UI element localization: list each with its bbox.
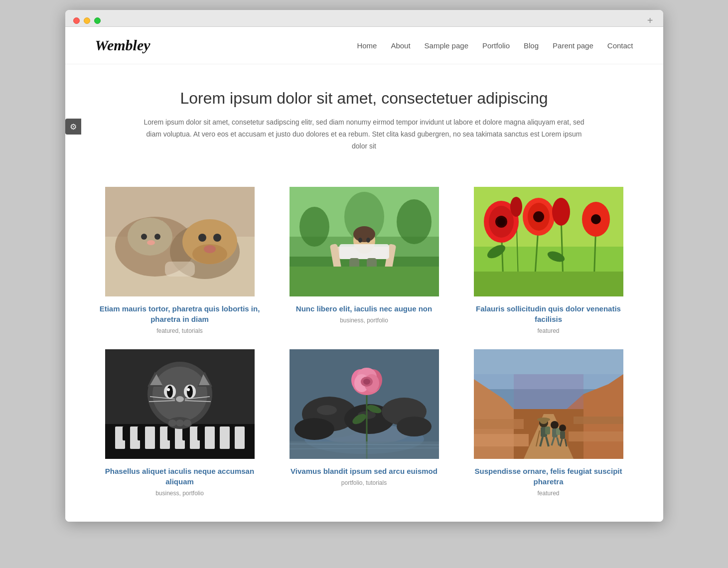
svg-point-89	[176, 420, 184, 426]
nav-portfolio[interactable]: Portfolio	[482, 41, 510, 50]
svg-point-8	[154, 234, 160, 240]
nav-home[interactable]: Home	[357, 41, 377, 50]
post-card-4: Phasellus aliquet iaculis neque accumsan…	[95, 349, 265, 497]
post-card-3: Falauris sollicitudin quis dolor venenat…	[464, 187, 633, 334]
svg-point-135	[551, 421, 559, 429]
svg-rect-69	[197, 426, 204, 440]
site-nav: Home About Sample page Portfolio Blog Pa…	[357, 41, 633, 50]
post-tags-3: featured	[464, 327, 633, 334]
svg-point-28	[366, 238, 370, 243]
dot-yellow[interactable]	[84, 17, 90, 24]
svg-point-78	[167, 386, 173, 398]
nav-contact[interactable]: Contact	[607, 41, 633, 50]
post-tags-5: portfolio, tutorials	[280, 479, 449, 486]
post-image-5[interactable]	[280, 349, 449, 459]
post-tags-2: business, portfolio	[280, 317, 449, 324]
svg-point-27	[358, 238, 362, 243]
svg-point-99	[294, 418, 334, 440]
svg-point-71	[152, 367, 207, 422]
svg-point-113	[363, 379, 370, 385]
svg-rect-65	[123, 426, 130, 440]
svg-point-88	[168, 420, 176, 426]
post-title-5[interactable]: Vivamus blandit ipsum sed arcu euismod	[280, 466, 449, 476]
post-image-1[interactable]	[95, 187, 265, 296]
svg-rect-32	[290, 267, 439, 296]
svg-point-80	[167, 388, 170, 391]
svg-point-13	[213, 234, 221, 242]
svg-point-100	[397, 417, 432, 436]
svg-point-79	[187, 386, 193, 398]
svg-rect-67	[167, 426, 174, 440]
post-card-1: Etiam mauris tortor, pharetra quis lobor…	[95, 187, 265, 334]
svg-point-14	[204, 245, 216, 253]
svg-point-90	[183, 420, 191, 426]
svg-point-47	[552, 198, 570, 226]
svg-point-9	[147, 240, 155, 245]
post-card-6: Suspendisse ornare, felis feugiat suscip…	[464, 349, 633, 497]
browser-window: + ⚙ Wembley Home About Sample page Portf…	[65, 10, 663, 522]
nav-sample-page[interactable]: Sample page	[425, 41, 468, 50]
svg-rect-122	[474, 419, 524, 429]
post-title-3[interactable]: Falauris sollicitudin quis dolor venenat…	[464, 303, 633, 324]
post-title-1[interactable]: Etiam mauris tortor, pharetra quis lobor…	[95, 303, 265, 324]
svg-point-50	[510, 197, 522, 217]
svg-point-129	[540, 418, 548, 424]
svg-point-26	[353, 226, 375, 242]
svg-point-4	[128, 218, 172, 256]
dot-red[interactable]	[73, 17, 80, 24]
svg-rect-58	[145, 426, 155, 449]
svg-point-101	[317, 405, 337, 415]
svg-point-82	[176, 396, 184, 402]
svg-point-20	[397, 199, 432, 244]
post-image-4[interactable]	[95, 349, 265, 459]
svg-point-19	[299, 207, 329, 247]
site-header: Wembley Home About Sample page Portfolio…	[65, 27, 663, 64]
svg-rect-144	[514, 374, 583, 409]
post-card-5: Vivamus blandit ipsum sed arcu euismod p…	[280, 349, 449, 497]
svg-point-46	[533, 211, 544, 222]
posts-grid: Etiam mauris tortor, pharetra quis lobor…	[65, 172, 663, 522]
svg-rect-64	[235, 426, 245, 449]
nav-about[interactable]: About	[391, 41, 410, 50]
svg-point-12	[198, 234, 206, 242]
nav-blog[interactable]: Blog	[524, 41, 539, 50]
svg-point-81	[187, 388, 190, 391]
svg-rect-125	[569, 431, 623, 441]
post-image-3[interactable]	[464, 187, 633, 296]
svg-rect-124	[474, 434, 529, 446]
svg-rect-145	[474, 349, 623, 374]
page-content: ⚙ Wembley Home About Sample page Portfol…	[65, 27, 663, 522]
svg-rect-62	[205, 426, 215, 449]
browser-chrome: +	[65, 10, 663, 27]
post-tags-1: featured, tutorials	[95, 327, 265, 334]
svg-point-140	[559, 425, 566, 431]
svg-point-7	[141, 234, 147, 240]
svg-rect-131	[545, 426, 550, 434]
hero-section: Lorem ipsum dolor sit amet, consectetuer…	[65, 64, 663, 172]
post-tags-4: business, portfolio	[95, 490, 265, 497]
svg-rect-123	[574, 417, 623, 424]
svg-point-43	[497, 218, 505, 226]
svg-rect-66	[138, 426, 145, 440]
gear-sidebar-button[interactable]: ⚙	[65, 119, 81, 135]
svg-rect-15	[165, 262, 195, 277]
post-card-2: Nunc libero elit, iaculis nec augue non …	[280, 187, 449, 334]
svg-rect-53	[474, 272, 623, 296]
nav-parent-page[interactable]: Parent page	[553, 41, 593, 50]
hero-text: Lorem ipsum dolor sit amet, consetetur s…	[140, 117, 588, 152]
svg-point-49	[591, 214, 601, 224]
svg-rect-29	[339, 244, 389, 259]
svg-rect-63	[220, 426, 230, 449]
hero-title: Lorem ipsum dolor sit amet, consectetuer…	[140, 89, 588, 108]
svg-rect-141	[560, 431, 565, 439]
new-tab-button[interactable]: +	[647, 15, 653, 26]
post-tags-6: featured	[464, 490, 633, 497]
post-image-6[interactable]	[464, 349, 633, 459]
site-logo[interactable]: Wembley	[95, 37, 150, 54]
post-title-4[interactable]: Phasellus aliquet iaculis neque accumsan…	[95, 466, 265, 487]
gear-icon: ⚙	[70, 122, 77, 132]
post-image-2[interactable]	[280, 187, 449, 296]
post-title-2[interactable]: Nunc libero elit, iaculis nec augue non	[280, 303, 449, 314]
dot-green[interactable]	[94, 17, 101, 24]
post-title-6[interactable]: Suspendisse ornare, felis feugiat suscip…	[464, 466, 633, 487]
